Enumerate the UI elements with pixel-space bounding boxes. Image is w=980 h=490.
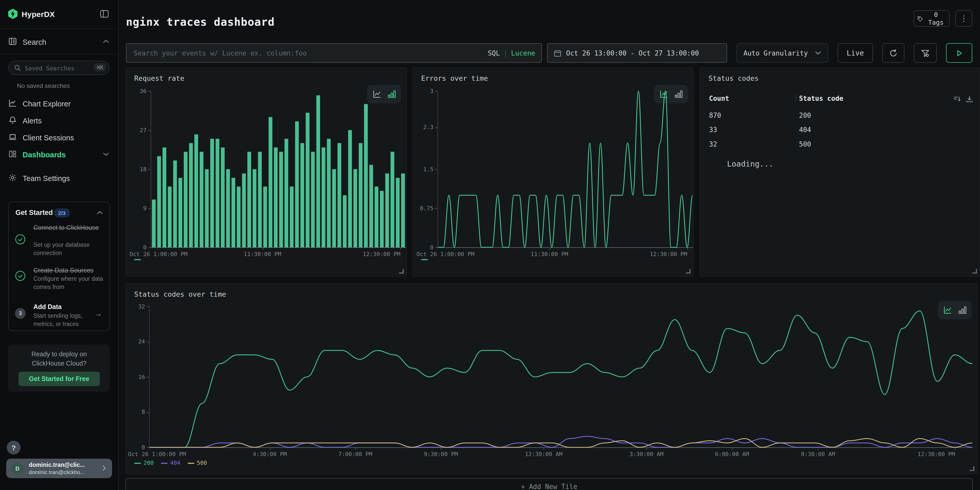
table-cell-count: 33 xyxy=(709,126,717,134)
run-query-button[interactable] xyxy=(946,43,972,63)
chart-legend xyxy=(134,259,141,260)
legend-item[interactable]: 500 xyxy=(188,460,207,466)
user-name: dominic.tran@clic... xyxy=(29,462,85,468)
chevron-down-icon xyxy=(103,152,109,156)
panel-title: Status codes over time xyxy=(134,290,226,298)
sidebar-collapse-icon[interactable] xyxy=(100,9,109,19)
saved-searches-input[interactable]: Saved Searches ⌘K xyxy=(8,60,110,75)
chevron-up-icon[interactable] xyxy=(97,210,103,216)
y-axis-tick: 0 xyxy=(126,244,146,251)
table-column-header[interactable]: Count xyxy=(709,95,729,102)
step-number-badge: 3 xyxy=(15,308,26,319)
y-axis-tick: 27 xyxy=(126,127,146,134)
table-column-header[interactable]: Status code xyxy=(799,95,843,102)
lucene-mode-label[interactable]: Lucene xyxy=(511,49,535,57)
table-actions xyxy=(953,95,973,103)
sidebar-item-label: Alerts xyxy=(22,117,41,125)
filter-button[interactable] xyxy=(914,43,937,63)
y-axis-tick: 0.75 xyxy=(413,205,433,212)
y-axis-tick: 16 xyxy=(126,374,145,380)
get-started-step-desc: Start sending logs, metrics, or traces xyxy=(33,312,103,328)
refresh-button[interactable] xyxy=(882,43,904,63)
x-axis-tick: 9:30:00 PM xyxy=(424,451,458,458)
tags-button[interactable]: 0 Tags xyxy=(914,10,950,27)
event-search-input[interactable] xyxy=(133,49,488,57)
column-drag-handle[interactable]: ⋮ xyxy=(793,94,799,101)
calendar-icon xyxy=(554,49,562,57)
add-new-tile-button[interactable]: + Add New Tile xyxy=(126,478,973,490)
get-started-step-title[interactable]: Add Data xyxy=(33,303,103,311)
chevron-down-icon xyxy=(815,51,821,55)
legend-dash-icon xyxy=(161,463,168,463)
arrow-right-icon[interactable]: → xyxy=(95,309,102,318)
legend-label: 404 xyxy=(170,460,180,466)
panel-resize-handle[interactable] xyxy=(686,269,690,274)
tag-icon xyxy=(917,15,923,22)
panel-title: Request rate xyxy=(134,74,185,82)
legend-item[interactable]: 200 xyxy=(134,460,154,466)
bell-icon xyxy=(8,116,17,124)
y-axis-tick: 1.5 xyxy=(413,166,433,172)
sql-mode-label[interactable]: SQL xyxy=(488,49,500,57)
sidebar-item-team-settings[interactable]: Team Settings xyxy=(0,170,118,186)
laptop-icon xyxy=(8,133,17,142)
legend-label: 200 xyxy=(143,460,154,466)
y-axis-tick: 9 xyxy=(126,205,146,212)
table-cell-code: 404 xyxy=(799,126,811,134)
legend-label: 500 xyxy=(197,460,207,466)
sort-rows-icon[interactable] xyxy=(953,95,961,103)
sidebar-item-alerts[interactable]: Alerts xyxy=(0,113,118,128)
get-started-step-title[interactable]: Connect to ClickHouse xyxy=(33,224,103,232)
panel-resize-handle[interactable] xyxy=(972,269,977,274)
user-account-button[interactable]: D dominic.tran@clic... dominic.tran@clic… xyxy=(6,459,112,478)
filter-icon xyxy=(921,49,930,57)
sidebar-item-search[interactable]: Search xyxy=(0,29,118,54)
sidebar-item-label: Search xyxy=(22,38,46,46)
legend-item[interactable]: 404 xyxy=(161,460,180,466)
more-options-button[interactable]: ⋮ xyxy=(955,10,972,27)
x-axis-tick: Oct 26 1:00:00 PM xyxy=(128,451,186,458)
chart-line-icon xyxy=(8,99,17,107)
legend-item[interactable] xyxy=(421,259,428,260)
live-button[interactable]: Live xyxy=(838,43,873,63)
x-axis-tick: Oct 26 1:00:00 PM xyxy=(417,251,474,258)
x-axis-tick: 8:30:00 AM xyxy=(801,451,835,458)
granularity-select[interactable]: Auto Granularity xyxy=(736,43,828,63)
search-icon xyxy=(14,64,21,72)
sidebar-item-label: Dashboards xyxy=(22,151,66,159)
panel-resize-handle[interactable] xyxy=(970,466,974,471)
y-axis-tick: 36 xyxy=(126,88,146,94)
page-title: nginx traces dashboard xyxy=(126,16,275,28)
sidebar-item-label: Client Sessions xyxy=(22,134,74,142)
sidebar-item-dashboards[interactable]: Dashboards xyxy=(0,146,118,162)
table-cell-code: 500 xyxy=(799,140,811,148)
granularity-value: Auto Granularity xyxy=(743,49,808,57)
avatar: D xyxy=(11,462,24,474)
saved-searches-placeholder: Saved Searches xyxy=(25,65,75,72)
legend-dash-icon xyxy=(134,463,141,463)
chart-legend xyxy=(421,259,428,260)
sidebar-header: HyperDX xyxy=(0,0,118,29)
table-cell-code: 200 xyxy=(799,111,811,119)
y-axis-tick: 18 xyxy=(126,166,146,172)
date-range-input[interactable]: Oct 26 13:00:00 - Oct 27 13:00:00 xyxy=(547,43,727,63)
x-axis-tick: 6:00:00 AM xyxy=(715,451,749,458)
legend-item[interactable] xyxy=(134,259,141,260)
sidebar-item-chart-explorer[interactable]: Chart Explorer xyxy=(0,95,118,111)
panel-title: Status codes xyxy=(708,74,759,82)
no-saved-searches-note: No saved searches xyxy=(17,82,70,89)
download-icon[interactable] xyxy=(966,95,973,103)
help-button[interactable]: ? xyxy=(7,441,21,455)
chevron-right-icon xyxy=(101,465,107,471)
legend-dash-icon xyxy=(188,463,194,463)
get-started-step-title[interactable]: Create Data Sources xyxy=(33,266,103,275)
check-circle-icon xyxy=(15,270,26,281)
panel-title: Errors over time xyxy=(421,74,488,82)
panel-resize-handle[interactable] xyxy=(399,269,404,274)
sidebar-item-client-sessions[interactable]: Client Sessions xyxy=(0,130,118,145)
dashboard-grid-icon xyxy=(8,150,17,158)
user-email: dominic.tran@clickho... xyxy=(29,469,84,475)
x-axis-tick: 7:00:00 PM xyxy=(338,451,372,458)
get-started-free-button[interactable]: Get Started for Free xyxy=(19,372,100,386)
cloud-promo-line2: ClickHouse Cloud? xyxy=(8,360,110,367)
